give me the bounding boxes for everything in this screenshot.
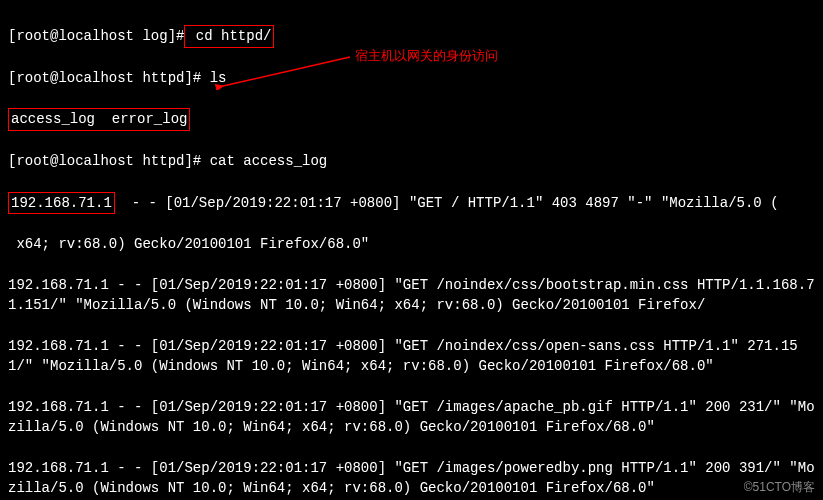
log-line-4: 192.168.71.1 - - [01/Sep/2019:22:01:17 +… (8, 397, 815, 438)
log-line-3: 192.168.71.1 - - [01/Sep/2019:22:01:17 +… (8, 336, 815, 377)
highlight-cmd-cd: cd httpd/ (184, 25, 274, 47)
log-line-1b: x64; rv:68.0) Gecko/20100101 Firefox/68.… (8, 234, 815, 254)
log-line-5: 192.168.71.1 - - [01/Sep/2019:22:01:17 +… (8, 458, 815, 499)
shell-prompt: [root@localhost httpd]# (8, 153, 201, 169)
prompt-line-2: [root@localhost httpd]# ls (8, 68, 815, 88)
shell-prompt: [root@localhost log]# (8, 28, 184, 44)
log-line-1: 192.168.71.1 - - [01/Sep/2019:22:01:17 +… (8, 192, 815, 214)
log-line-2: 192.168.71.1 - - [01/Sep/2019:22:01:17 +… (8, 275, 815, 316)
terminal-output: [root@localhost log]# cd httpd/ [root@lo… (8, 5, 815, 500)
prompt-line-1: [root@localhost log]# cd httpd/ (8, 25, 815, 47)
log-text: - - [01/Sep/2019:22:01:17 +0800] "GET / … (115, 195, 779, 211)
cmd-text: ls (201, 70, 226, 86)
highlight-ls-output: access_log error_log (8, 108, 190, 130)
shell-prompt: [root@localhost httpd]# (8, 70, 201, 86)
prompt-line-3: [root@localhost httpd]# cat access_log (8, 151, 815, 171)
watermark-text: ©51CTO博客 (744, 479, 815, 496)
cmd-text: cat access_log (201, 153, 327, 169)
ls-output-line: access_log error_log (8, 108, 815, 130)
highlight-ip: 192.168.71.1 (8, 192, 115, 214)
